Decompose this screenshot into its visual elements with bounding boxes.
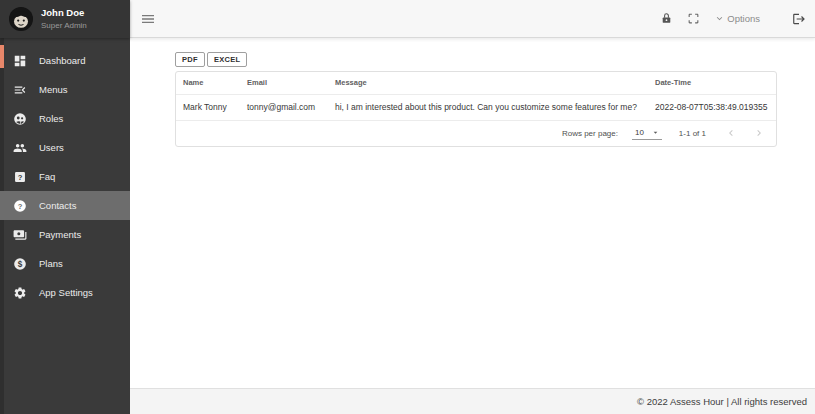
dropdown-arrow-icon xyxy=(651,128,660,137)
sidebar-item-roles[interactable]: Roles xyxy=(0,104,130,133)
chevron-right-icon[interactable] xyxy=(752,126,766,140)
svg-text:?: ? xyxy=(18,201,23,210)
svg-text:$: $ xyxy=(18,259,23,268)
chevron-down-icon xyxy=(714,13,725,24)
lock-icon[interactable] xyxy=(660,12,673,25)
help-circle-icon: ? xyxy=(13,199,27,213)
pdf-export-button[interactable]: PDF xyxy=(175,52,205,67)
cell-datetime: 2022-08-07T05:38:49.019355 xyxy=(648,102,776,112)
table-pagination: Rows per page: 10 1-1 of 1 xyxy=(176,121,776,146)
faq-square-icon: ? xyxy=(13,170,27,184)
sidebar-item-dashboard[interactable]: Dashboard xyxy=(0,46,130,75)
column-header-datetime: Date-Time xyxy=(648,78,776,87)
avatar xyxy=(9,7,33,31)
user-role: Super Admin xyxy=(41,21,87,30)
monetization-icon: $ xyxy=(13,257,27,271)
table-header-row: Name Email Message Date-Time xyxy=(176,72,776,95)
payments-icon xyxy=(13,228,27,242)
options-dropdown[interactable]: Options xyxy=(714,13,760,24)
pagination-range: 1-1 of 1 xyxy=(679,129,706,138)
excel-export-button[interactable]: EXCEL xyxy=(207,52,248,67)
sidebar-item-users[interactable]: Users xyxy=(0,133,130,162)
sidebar-item-payments[interactable]: Payments xyxy=(0,220,130,249)
column-header-name: Name xyxy=(176,78,240,87)
logout-icon[interactable] xyxy=(792,12,806,26)
sidebar-item-menus[interactable]: Menus xyxy=(0,75,130,104)
sidebar-item-plans[interactable]: $ Plans xyxy=(0,249,130,278)
options-label: Options xyxy=(727,13,760,24)
cell-message: hi, I am interested about this product. … xyxy=(328,102,648,112)
roles-circle-icon xyxy=(13,112,27,126)
sidebar-item-faq[interactable]: ? Faq xyxy=(0,162,130,191)
topbar: Options xyxy=(130,0,815,38)
user-name: John Doe xyxy=(41,8,87,19)
column-header-message: Message xyxy=(328,78,648,87)
menu-icon[interactable] xyxy=(140,11,156,27)
sidebar-user-header[interactable]: John Doe Super Admin xyxy=(0,0,130,38)
dashboard-icon xyxy=(13,54,27,68)
sidebar-item-app-settings[interactable]: App Settings xyxy=(0,278,130,307)
svg-text:?: ? xyxy=(18,172,23,181)
column-header-email: Email xyxy=(240,78,328,87)
user-avatar xyxy=(9,7,33,31)
table-row[interactable]: Mark Tonny tonny@gmail.com hi, I am inte… xyxy=(176,95,776,121)
export-toolbar: PDF EXCEL xyxy=(175,52,815,67)
sidebar: John Doe Super Admin Dashboard Menus xyxy=(0,0,130,414)
contacts-table-card: Name Email Message Date-Time Mark Tonny … xyxy=(175,71,777,147)
cell-email: tonny@gmail.com xyxy=(240,102,328,112)
footer: © 2022 Assess Hour | All rights reserved xyxy=(130,388,815,414)
sidebar-nav: Dashboard Menus Roles xyxy=(0,38,130,307)
menu-open-icon xyxy=(13,83,27,97)
sidebar-item-contacts[interactable]: ? Contacts xyxy=(0,191,130,220)
rows-per-page-select[interactable]: 10 xyxy=(632,127,662,140)
gear-icon xyxy=(13,286,27,300)
cell-name: Mark Tonny xyxy=(176,102,240,112)
copyright-text: © 2022 Assess Hour | All rights reserved xyxy=(637,396,807,407)
main-content: PDF EXCEL Name Email Message Date-Time M… xyxy=(130,39,815,388)
users-group-icon xyxy=(13,141,27,155)
fullscreen-icon[interactable] xyxy=(687,12,700,25)
chevron-left-icon[interactable] xyxy=(724,126,738,140)
rows-per-page-label: Rows per page: xyxy=(562,129,618,138)
